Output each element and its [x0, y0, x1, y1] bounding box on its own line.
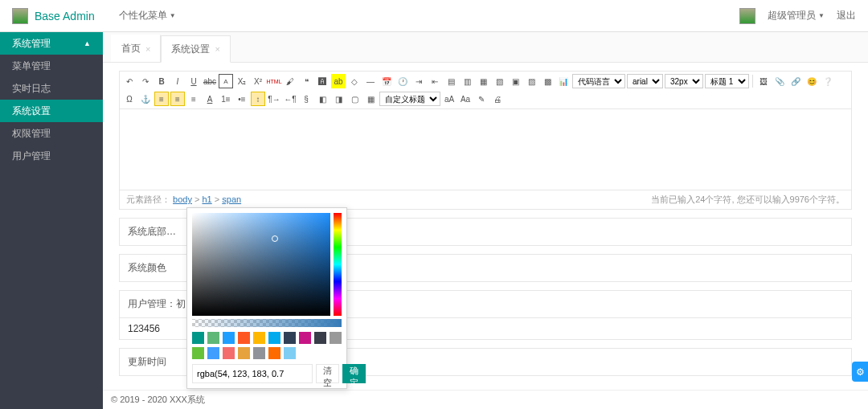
- anchor-icon[interactable]: ⚓: [138, 92, 153, 106]
- sidebar-item-menu[interactable]: 菜单管理: [0, 55, 103, 77]
- attach-icon[interactable]: 📎: [772, 74, 787, 88]
- indent-icon[interactable]: ⇥: [411, 74, 426, 88]
- emoji-icon[interactable]: 😊: [805, 74, 819, 88]
- redo-icon[interactable]: ↷: [138, 74, 153, 88]
- saturation-panel[interactable]: [192, 213, 330, 316]
- ltr-icon[interactable]: ¶→: [267, 92, 281, 106]
- outdent-icon[interactable]: ⇤: [428, 74, 442, 88]
- swatch[interactable]: [223, 347, 235, 359]
- swatch[interactable]: [330, 332, 342, 344]
- heading-select[interactable]: 标题 1: [705, 74, 749, 88]
- codelang-select[interactable]: 代码语言: [572, 74, 625, 88]
- eraser-icon[interactable]: ◇: [347, 74, 362, 88]
- size-select[interactable]: 32px: [665, 74, 703, 88]
- colleft-icon[interactable]: ▦: [476, 74, 490, 88]
- close-icon[interactable]: ×: [145, 44, 150, 54]
- brand-text[interactable]: Base Admin: [35, 10, 95, 22]
- sidebar-item-permission[interactable]: 权限管理: [0, 122, 103, 145]
- path-body[interactable]: body: [173, 194, 192, 204]
- swatch[interactable]: [284, 332, 296, 344]
- path-h1[interactable]: h1: [202, 194, 211, 204]
- path-span[interactable]: span: [222, 194, 241, 204]
- date-icon[interactable]: 📅: [379, 74, 394, 88]
- editor-body[interactable]: [120, 109, 851, 190]
- swatch[interactable]: [192, 332, 204, 344]
- format-icon[interactable]: ✎: [474, 92, 489, 106]
- image-icon[interactable]: 🖼: [756, 74, 771, 88]
- link-icon[interactable]: 🔗: [788, 74, 803, 88]
- sidebar-item-user[interactable]: 用户管理: [0, 145, 103, 167]
- sup-icon[interactable]: X²: [251, 74, 265, 88]
- swatch[interactable]: [268, 347, 280, 359]
- lineheight-icon[interactable]: ↕: [251, 92, 265, 106]
- align-left-icon[interactable]: ≡: [154, 92, 169, 106]
- swatch[interactable]: [284, 347, 296, 359]
- user-menu[interactable]: 超级管理员 ▼: [768, 9, 825, 22]
- swatch[interactable]: [238, 332, 250, 344]
- merge-icon[interactable]: ▣: [508, 74, 522, 88]
- rowup-icon[interactable]: ▤: [444, 74, 458, 88]
- backcolor-icon[interactable]: ab: [331, 74, 346, 88]
- float-left-icon[interactable]: ◧: [315, 92, 330, 106]
- print-icon[interactable]: 🖨: [490, 92, 505, 106]
- color-input[interactable]: [192, 364, 313, 383]
- colright-icon[interactable]: ▧: [492, 74, 506, 88]
- tab-home[interactable]: 首页 ×: [111, 35, 161, 62]
- swatch[interactable]: [207, 347, 219, 359]
- help-icon[interactable]: ❔: [821, 74, 835, 88]
- personal-menu[interactable]: 个性化菜单 ▼: [119, 9, 176, 22]
- sidebar-group-system[interactable]: 系统管理 ▲: [0, 32, 103, 55]
- deltable-icon[interactable]: ▩: [540, 74, 555, 88]
- sat-cursor-icon[interactable]: [272, 235, 278, 242]
- rtl-icon[interactable]: ←¶: [283, 92, 297, 106]
- font-select[interactable]: arial: [627, 74, 663, 88]
- rowdown-icon[interactable]: ▥: [460, 74, 474, 88]
- hue-slider[interactable]: [334, 213, 342, 316]
- settings-fab[interactable]: ⚙: [852, 362, 868, 382]
- strike-icon[interactable]: abc: [203, 74, 217, 88]
- ul-icon[interactable]: •≡: [235, 92, 249, 106]
- logout-link[interactable]: 退出: [837, 9, 856, 22]
- brush-icon[interactable]: 🖌: [283, 74, 297, 88]
- forecolor-icon[interactable]: 🅰: [315, 74, 330, 88]
- undo-icon[interactable]: ↶: [122, 74, 137, 88]
- swatch[interactable]: [253, 332, 265, 344]
- lowercase-icon[interactable]: aA: [442, 92, 457, 106]
- bold-icon[interactable]: B: [154, 74, 169, 88]
- omega-icon[interactable]: Ω: [122, 92, 137, 106]
- swatch[interactable]: [207, 332, 219, 344]
- sidebar-item-settings[interactable]: 系统设置: [0, 100, 103, 122]
- fontborder-icon[interactable]: A: [219, 74, 233, 88]
- uppercase-icon[interactable]: Aa: [458, 92, 473, 106]
- swatch[interactable]: [238, 347, 250, 359]
- chart-icon[interactable]: 📊: [556, 74, 571, 88]
- align-right-icon[interactable]: ≡: [186, 92, 201, 106]
- swatch[interactable]: [314, 332, 326, 344]
- forecolor2-icon[interactable]: A: [203, 92, 217, 106]
- swatch[interactable]: [253, 347, 265, 359]
- custom-heading-select[interactable]: 自定义标题: [379, 92, 440, 106]
- hr-icon[interactable]: —: [363, 74, 378, 88]
- pagebreak-icon[interactable]: §: [299, 92, 313, 106]
- swatch[interactable]: [299, 332, 311, 344]
- ol-icon[interactable]: 1≡: [219, 92, 233, 106]
- align-center-icon[interactable]: ≡: [170, 92, 185, 106]
- sidebar-item-log[interactable]: 实时日志: [0, 77, 103, 100]
- split-icon[interactable]: ▨: [524, 74, 538, 88]
- table-icon[interactable]: ▦: [363, 92, 378, 106]
- float-none-icon[interactable]: ▢: [347, 92, 362, 106]
- confirm-button[interactable]: 确定: [342, 364, 366, 383]
- source-icon[interactable]: HTML: [267, 74, 281, 88]
- swatch[interactable]: [268, 332, 280, 344]
- quote-icon[interactable]: ❝: [299, 74, 313, 88]
- float-right-icon[interactable]: ◨: [331, 92, 346, 106]
- tab-settings[interactable]: 系统设置 ×: [161, 35, 230, 63]
- alpha-slider[interactable]: [192, 319, 342, 327]
- clear-button[interactable]: 清空: [316, 364, 339, 383]
- swatch[interactable]: [192, 347, 204, 359]
- swatch[interactable]: [223, 332, 235, 344]
- time-icon[interactable]: 🕐: [395, 74, 410, 88]
- sub-icon[interactable]: X₂: [235, 74, 249, 88]
- italic-icon[interactable]: I: [170, 74, 185, 88]
- underline-icon[interactable]: U: [186, 74, 201, 88]
